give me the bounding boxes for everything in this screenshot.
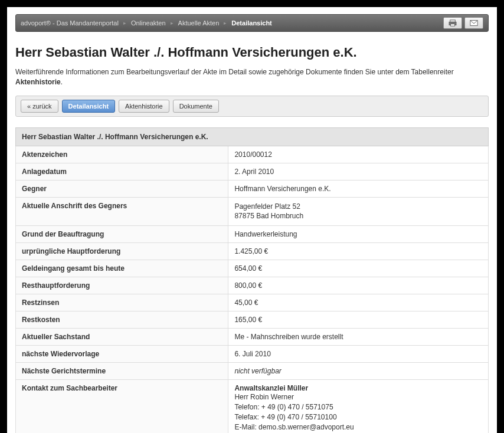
contact-firm: Anwaltskanzlei Müller — [234, 384, 482, 392]
table-row: Anlagedatum 2. April 2010 — [16, 163, 489, 180]
table-row: Aktuelle Anschrift des Gegners Pagenfeld… — [16, 197, 489, 226]
table-row: Nächste Gerichtstermine nicht verfügbar — [16, 363, 489, 380]
table-row: urprüngliche Hauptforderung 1.425,00 € — [16, 243, 489, 260]
value-gericht: nicht verfügbar — [228, 363, 489, 380]
table-row: Gegner Hoffmann Versicherungen e.K. — [16, 180, 489, 197]
table-row: Kontakt zum Sachbearbeiter Anwaltskanzle… — [16, 380, 489, 433]
label-gericht: Nächste Gerichtstermine — [16, 363, 228, 380]
detail-table: Herr Sebastian Walter ./. Hoffmann Versi… — [15, 127, 489, 433]
table-row: Geldeingang gesamt bis heute 654,00 € — [16, 260, 489, 277]
table-row: nächste Wiedervorlage 6. Juli 2010 — [16, 346, 489, 363]
value-kontakt: Anwaltskanzlei Müller Herr Robin Werner … — [228, 380, 489, 433]
intro-text: Weiterführende Informationen zum Bearbei… — [15, 67, 489, 87]
label-wiedervorlage: nächste Wiedervorlage — [16, 346, 228, 363]
tab-aktenhistorie[interactable]: Aktenhistorie — [119, 100, 169, 113]
value-anschrift: Pagenfelder Platz 52 87875 Bad Hombruch — [228, 197, 489, 226]
intro-suffix: . — [61, 78, 63, 86]
value-aktenzeichen: 2010/00012 — [228, 146, 489, 163]
label-aktenzeichen: Aktenzeichen — [16, 146, 228, 163]
crumb-aktuelle[interactable]: Aktuelle Akten — [178, 19, 220, 27]
table-row: Restzinsen 45,00 € — [16, 294, 489, 311]
label-anschrift: Aktuelle Anschrift des Gegners — [16, 197, 228, 226]
table-header: Herr Sebastian Walter ./. Hoffmann Versi… — [16, 127, 489, 146]
table-row: Aktueller Sachstand Me - Mahnschreiben w… — [16, 329, 489, 346]
page-title: Herr Sebastian Walter ./. Hoffmann Versi… — [15, 45, 489, 60]
crumb-detail: Detailansicht — [231, 19, 271, 27]
table-row: Resthauptforderung 800,00 € — [16, 277, 489, 294]
label-sachstand: Aktueller Sachstand — [16, 329, 228, 346]
value-grund: Handwerkerleistung — [228, 226, 489, 243]
breadcrumbs: advoport® - Das Mandantenportal ▸ Online… — [21, 19, 272, 27]
crumb-home[interactable]: advoport® - Das Mandantenportal — [21, 19, 119, 27]
chevron-right-icon: ▸ — [221, 20, 229, 26]
svg-rect-0 — [450, 20, 456, 22]
print-icon — [449, 19, 457, 27]
chevron-right-icon: ▸ — [121, 20, 129, 26]
back-button[interactable]: « zurück — [21, 100, 58, 113]
value-urhaupt: 1.425,00 € — [228, 243, 489, 260]
value-anlagedatum: 2. April 2010 — [228, 163, 489, 180]
label-restzinsen: Restzinsen — [16, 294, 228, 311]
value-geldeingang: 654,00 € — [228, 260, 489, 277]
intro-prefix: Weiterführende Informationen zum Bearbei… — [15, 68, 454, 76]
email-button[interactable] — [464, 17, 483, 29]
value-wiedervorlage: 6. Juli 2010 — [228, 346, 489, 363]
table-row: Aktenzeichen 2010/00012 — [16, 146, 489, 163]
label-anlagedatum: Anlagedatum — [16, 163, 228, 180]
value-restzinsen: 45,00 € — [228, 294, 489, 311]
print-button[interactable] — [443, 17, 462, 29]
label-grund: Grund der Beauftragung — [16, 226, 228, 243]
tab-bar: « zurück Detailansicht Aktenhistorie Dok… — [15, 96, 489, 117]
label-resthaupt: Resthauptforderung — [16, 277, 228, 294]
intro-bold: Aktenhistorie — [15, 78, 61, 86]
table-row: Grund der Beauftragung Handwerkerleistun… — [16, 226, 489, 243]
chevron-right-icon: ▸ — [168, 20, 176, 26]
contact-details: Herr Robin Werner Telefon: + 49 (0) 470 … — [234, 392, 482, 432]
value-gegner: Hoffmann Versicherungen e.K. — [228, 180, 489, 197]
email-icon — [470, 19, 478, 27]
label-urhaupt: urprüngliche Hauptforderung — [16, 243, 228, 260]
label-restkosten: Restkosten — [16, 311, 228, 329]
table-row: Restkosten 165,00 € — [16, 311, 489, 329]
value-restkosten: 165,00 € — [228, 311, 489, 329]
crumb-onlineakten[interactable]: Onlineakten — [131, 19, 166, 27]
topbar-actions — [443, 17, 483, 29]
label-kontakt: Kontakt zum Sachbearbeiter — [16, 380, 228, 433]
label-geldeingang: Geldeingang gesamt bis heute — [16, 260, 228, 277]
svg-rect-2 — [451, 24, 455, 26]
top-bar: advoport® - Das Mandantenportal ▸ Online… — [15, 14, 489, 32]
label-gegner: Gegner — [16, 180, 228, 197]
tab-detailansicht[interactable]: Detailansicht — [62, 100, 115, 113]
tab-dokumente[interactable]: Dokumente — [173, 100, 219, 113]
value-sachstand: Me - Mahnschreiben wurde erstellt — [228, 329, 489, 346]
value-resthaupt: 800,00 € — [228, 277, 489, 294]
